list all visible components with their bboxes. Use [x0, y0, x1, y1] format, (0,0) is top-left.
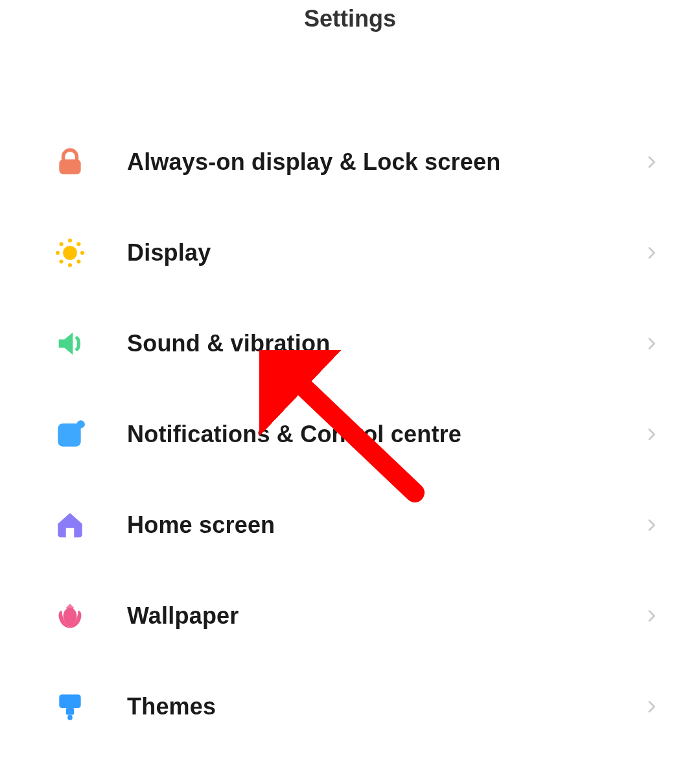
- svg-point-3: [68, 263, 72, 267]
- sun-icon: [52, 235, 88, 271]
- settings-list: Always-on display & Lock screen Display: [0, 32, 700, 752]
- svg-rect-10: [58, 423, 80, 446]
- notification-icon: [52, 416, 88, 453]
- settings-item-label: Notifications & Control centre: [127, 421, 642, 448]
- settings-item-sound[interactable]: Sound & vibration: [52, 298, 661, 389]
- settings-item-aod-lock[interactable]: Always-on display & Lock screen: [52, 117, 661, 207]
- chevron-right-icon: [642, 697, 661, 716]
- flower-icon: [52, 598, 88, 634]
- page-header: Settings: [0, 0, 700, 32]
- settings-item-label: Themes: [127, 693, 642, 720]
- settings-item-home[interactable]: Home screen: [52, 480, 661, 571]
- svg-rect-0: [59, 159, 80, 174]
- brush-icon: [52, 689, 88, 725]
- svg-point-8: [60, 259, 64, 263]
- settings-item-themes[interactable]: Themes: [52, 661, 661, 752]
- svg-point-9: [76, 259, 80, 263]
- lock-icon: [52, 144, 88, 180]
- svg-rect-15: [67, 715, 73, 720]
- settings-item-label: Sound & vibration: [127, 330, 642, 357]
- chevron-right-icon: [642, 243, 661, 263]
- chevron-right-icon: [642, 425, 661, 444]
- settings-item-wallpaper[interactable]: Wallpaper: [52, 571, 661, 661]
- settings-item-label: Wallpaper: [127, 602, 642, 630]
- svg-rect-13: [59, 694, 80, 708]
- svg-point-12: [78, 421, 84, 427]
- speaker-icon: [52, 325, 88, 362]
- settings-item-display[interactable]: Display: [52, 207, 661, 298]
- svg-point-5: [80, 251, 84, 255]
- chevron-right-icon: [642, 606, 661, 626]
- svg-point-2: [68, 239, 72, 242]
- svg-rect-14: [66, 708, 75, 714]
- page-title: Settings: [0, 5, 700, 32]
- svg-point-1: [63, 246, 77, 260]
- chevron-right-icon: [642, 334, 661, 353]
- chevron-right-icon: [642, 152, 661, 172]
- svg-point-7: [76, 242, 80, 246]
- settings-item-label: Always-on display & Lock screen: [127, 148, 642, 176]
- settings-item-label: Display: [127, 239, 642, 266]
- home-icon: [52, 507, 88, 543]
- svg-point-6: [60, 242, 64, 246]
- settings-item-notifications[interactable]: Notifications & Control centre: [52, 389, 661, 480]
- settings-item-label: Home screen: [127, 512, 642, 539]
- chevron-right-icon: [642, 515, 661, 535]
- svg-point-4: [56, 251, 60, 255]
